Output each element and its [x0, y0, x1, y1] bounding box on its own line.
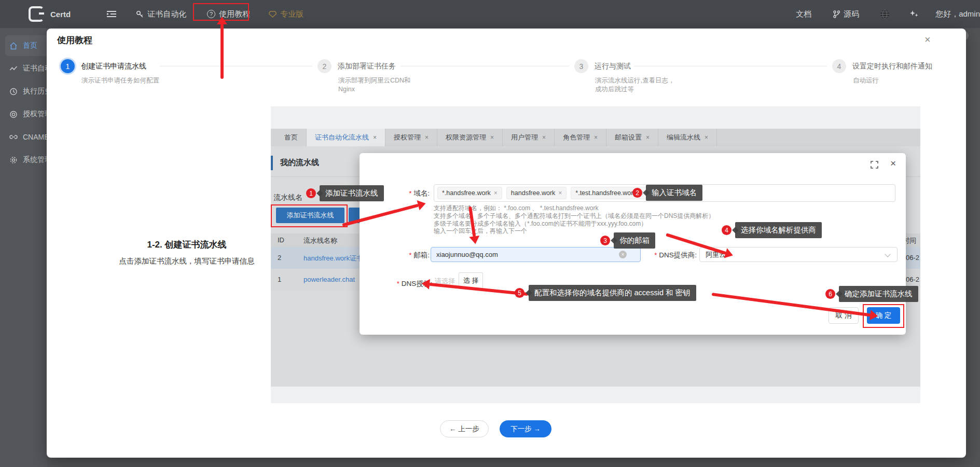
annotation-badge-4: 4 [722, 225, 731, 235]
step-connector [401, 66, 569, 66]
question-circle-icon: ? [207, 10, 215, 18]
tab-label: 用户管理 [511, 133, 538, 142]
tag-text: *.test.handsfree.work [575, 189, 636, 197]
tab-roles[interactable]: 角色管理× [555, 129, 606, 146]
sidebar-item-label: 首页 [23, 41, 37, 50]
nav-item-cert-automation[interactable]: 证书自动化 [136, 9, 186, 19]
pipeline-name-filter-label: 流水线名 [273, 193, 302, 202]
nav-item-label: 证书自动化 [147, 9, 186, 19]
tab-cert-pipeline[interactable]: 证书自动化流水线× [307, 129, 385, 146]
next-step-button[interactable]: 下一步 → [500, 420, 551, 437]
dns-provider-label: DNS提供商: [640, 251, 697, 260]
cell-pipeline-link[interactable]: handsfree.work证书 [303, 254, 363, 263]
cancel-button[interactable]: 取 消 [829, 307, 859, 324]
tab-auth[interactable]: 授权管理× [385, 129, 437, 146]
nav-item-label: 专业版 [280, 9, 303, 19]
tutorial-section-heading: 1-2. 创建证书流水线 [73, 239, 301, 251]
add-pipeline-button[interactable]: 添加证书流水线 [276, 208, 344, 223]
tab-email[interactable]: 邮箱设置× [606, 129, 658, 146]
gear-icon [9, 156, 18, 164]
tab-edit-pipeline[interactable]: 编辑流水线× [658, 129, 717, 146]
dns-auth-select-button[interactable]: 选 择 [459, 272, 483, 289]
tab-close-icon[interactable]: × [425, 134, 429, 141]
tab-close-icon[interactable]: × [542, 134, 546, 141]
sidebar-item-system[interactable]: 系统管理 [5, 149, 47, 170]
tag-text: *.handsfree.work [442, 189, 491, 197]
tab-close-icon[interactable]: × [490, 134, 494, 141]
sparkles-icon[interactable] [909, 9, 919, 19]
annotation-tip-4: 选择你域名解析提供商 [735, 222, 822, 238]
tab-home[interactable]: 首页 [276, 129, 307, 146]
step-connector [160, 66, 312, 66]
home-icon [9, 42, 18, 50]
dns-auth-placeholder: 请选择 [435, 277, 455, 286]
domain-tag: handsfree.work× [506, 187, 567, 199]
step-title: 运行与测试 [595, 62, 631, 71]
email-input[interactable]: xiaojunnuo@qq.com [431, 247, 641, 262]
brand-name: Certd [50, 10, 71, 19]
sidebar-item-label: 执行历史 [23, 87, 47, 96]
step-title: 设置定时执行和邮件通知 [852, 62, 932, 71]
modal-close-icon[interactable]: × [924, 34, 931, 45]
step-desc: 演示流水线运行,查看日志，成功后跳过等 [595, 76, 681, 94]
tag-close-icon[interactable]: × [494, 189, 498, 197]
nav-docs-link[interactable]: 文档 [796, 9, 811, 19]
step-title: 创建证书申请流水线 [81, 62, 146, 71]
annotation-badge-6: 6 [825, 289, 835, 299]
menu-fold-icon[interactable] [107, 10, 116, 18]
dialog-close-icon[interactable]: × [890, 158, 896, 169]
fullscreen-icon[interactable] [871, 161, 878, 169]
tab-label: 邮箱设置 [615, 133, 642, 142]
chart-icon [9, 65, 18, 73]
nav-source-label: 源码 [844, 9, 859, 19]
sidebar-item-cert-automation[interactable]: 证书自动化 [5, 58, 47, 79]
annotation-tip-5: 配置和选择你的域名提供商的 accessid 和 密钥 [529, 285, 696, 301]
cell-id: 2 [278, 254, 281, 262]
globe-icon[interactable] [880, 9, 890, 19]
sidebar-item-cname[interactable]: CNAME [5, 127, 47, 147]
tab-permission[interactable]: 权限资源管理× [437, 129, 503, 146]
sidebar-item-history[interactable]: 执行历史 [5, 81, 47, 102]
dns-provider-select[interactable]: 阿里云 [699, 247, 898, 262]
tab-close-icon[interactable]: × [705, 134, 708, 141]
step-title: 添加部署证书任务 [338, 62, 396, 71]
nav-item-tutorial[interactable]: ? 使用教程 [207, 9, 250, 19]
sidebar-item-home[interactable]: 首页 [5, 35, 47, 56]
prev-step-button[interactable]: ← 上一步 [440, 420, 489, 437]
step-number-badge: 4 [832, 59, 846, 73]
sidebar-item-auth[interactable]: 授权管理 [5, 104, 47, 125]
annotation-badge-1: 1 [306, 188, 316, 198]
step-number-badge: 2 [318, 59, 332, 73]
card-accent-bar [271, 156, 273, 170]
tab-label: 编辑流水线 [667, 133, 700, 142]
nav-item-pro[interactable]: 专业版 [269, 9, 303, 19]
step-desc: 演示证书申请任务如何配置 [81, 76, 167, 85]
nav-source-link[interactable]: 源码 [833, 9, 859, 19]
clear-input-icon[interactable]: × [619, 251, 627, 258]
tab-label: 角色管理 [563, 133, 590, 142]
email-label: 邮箱: [388, 251, 430, 260]
confirm-button[interactable]: 确 定 [867, 307, 900, 324]
domain-label: 域名: [388, 189, 430, 198]
annotation-tip-2: 输入证书域名 [646, 185, 702, 201]
link-icon [9, 134, 18, 140]
card-title: 我的流水线 [280, 158, 319, 168]
tab-close-icon[interactable]: × [373, 134, 377, 141]
col-id: ID [278, 236, 284, 244]
nav-item-label: 使用教程 [219, 9, 250, 19]
user-greeting[interactable]: 您好，admin [935, 9, 980, 19]
tab-label: 首页 [284, 133, 298, 142]
tab-close-icon[interactable]: × [646, 134, 650, 141]
tab-label: 授权管理 [394, 133, 421, 142]
dns-provider-value: 阿里云 [706, 250, 726, 259]
git-branch-icon [833, 10, 840, 18]
tab-users[interactable]: 用户管理× [503, 129, 555, 146]
sidebar: 首页 证书自动化 执行历史 授权管理 CNAME 系统管理 [0, 28, 47, 467]
clock-icon [9, 88, 18, 95]
tab-close-icon[interactable]: × [594, 134, 598, 141]
domain-help-text: 支持通配符域名，例如： *.foo.com 、 *.test.handsfree… [434, 204, 714, 235]
annotation-badge-3: 3 [600, 236, 610, 245]
tag-close-icon[interactable]: × [558, 189, 562, 197]
modal-title: 使用教程 [57, 34, 92, 46]
cell-pipeline-link[interactable]: powerleader.chat [303, 276, 355, 283]
